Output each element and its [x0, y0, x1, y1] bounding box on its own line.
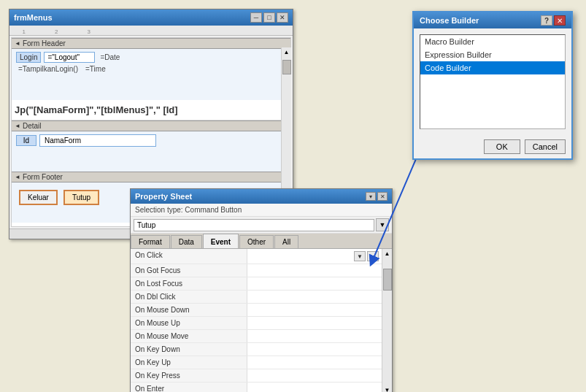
- builder-item-code[interactable]: Code Builder: [420, 61, 565, 74]
- keluar-button[interactable]: Keluar: [19, 190, 58, 205]
- property-pin-button[interactable]: ▾: [366, 192, 376, 201]
- property-event-value: [247, 383, 382, 392]
- builder-list: Macro Builder Expression Builder Code Bu…: [420, 34, 566, 129]
- property-scrollbar[interactable]: ▲ ▼: [382, 249, 392, 392]
- tampilkan-expr: =TampilkanLogin(): [16, 64, 80, 74]
- property-event-input[interactable]: [250, 253, 352, 261]
- form-title: frmMenus: [14, 13, 53, 22]
- builder-footer: OK Cancel: [414, 135, 571, 158]
- property-event-label: On Mouse Down: [131, 304, 247, 316]
- form-header-bar: ◄ Form Header: [12, 38, 290, 49]
- scroll-up-arrow[interactable]: ▲: [282, 47, 291, 57]
- date-expr: =Date: [98, 53, 122, 62]
- property-event-value: [247, 291, 382, 303]
- section-footer-label: Form Footer: [23, 173, 63, 181]
- prop-scroll-thumb[interactable]: [383, 269, 392, 291]
- close-button[interactable]: ✕: [277, 12, 288, 23]
- property-event-value: [247, 330, 382, 342]
- property-row: On Lost Focus: [131, 277, 382, 291]
- tab-data[interactable]: Data: [171, 235, 202, 248]
- maximize-button[interactable]: □: [263, 12, 275, 23]
- property-event-input[interactable]: [250, 372, 379, 380]
- builder-ok-button[interactable]: OK: [484, 139, 520, 154]
- builder-item-macro[interactable]: Macro Builder: [420, 35, 565, 48]
- property-event-input[interactable]: [250, 345, 379, 353]
- titlebar-controls: ─ □ ✕: [250, 12, 288, 23]
- property-event-label: On Mouse Up: [131, 317, 247, 329]
- tab-other[interactable]: Other: [239, 235, 274, 248]
- builder-controls: ? ✕: [541, 15, 566, 26]
- builder-help-button[interactable]: ?: [541, 15, 552, 26]
- property-event-label: On Lost Focus: [131, 277, 247, 290]
- property-event-label: On Dbl Click: [131, 291, 247, 303]
- property-row: On Mouse Up: [131, 317, 382, 330]
- builder-close-button[interactable]: ✕: [554, 15, 566, 26]
- property-event-input[interactable]: [250, 266, 379, 274]
- property-object-dropdown[interactable]: Tutup: [134, 219, 374, 231]
- property-body: On Click▼…On Got FocusOn Lost FocusOn Db…: [131, 249, 392, 392]
- property-event-input[interactable]: [250, 385, 379, 392]
- property-close-button[interactable]: ✕: [377, 192, 388, 201]
- form-header-section: Login ="Logout" =Date =TampilkanLogin() …: [12, 49, 290, 100]
- event-builder-button[interactable]: …: [367, 251, 379, 261]
- section-header-label: Form Header: [23, 39, 66, 47]
- builder-cancel-button[interactable]: Cancel: [525, 139, 566, 154]
- property-event-label: On Key Press: [131, 369, 247, 382]
- property-event-value: ▼…: [247, 249, 382, 264]
- ruler-marks: 1 2 3: [9, 26, 293, 35]
- property-event-input[interactable]: [250, 280, 379, 288]
- section-detail-label: Detail: [23, 122, 42, 130]
- property-selection-type: Selection type: Command Button: [131, 204, 392, 217]
- property-event-value: [247, 356, 382, 369]
- property-event-input[interactable]: [250, 306, 379, 314]
- property-event-label: On Click: [131, 249, 247, 264]
- prop-scroll-down[interactable]: ▼: [382, 385, 392, 392]
- builder-item-expression[interactable]: Expression Builder: [420, 48, 565, 61]
- property-event-value: [247, 304, 382, 316]
- builder-title: Choose Builder: [420, 16, 479, 25]
- detail-bar: ◄ Detail: [12, 120, 290, 131]
- id-label: Id: [16, 135, 36, 146]
- choose-builder-dialog: Choose Builder ? ✕ Macro Builder Express…: [412, 11, 573, 160]
- property-event-label: On Mouse Move: [131, 330, 247, 342]
- form-titlebar: frmMenus ─ □ ✕: [9, 9, 293, 26]
- section-arrow-header: ◄: [15, 40, 20, 47]
- property-titlebar: Property Sheet ▾ ✕: [131, 189, 392, 204]
- property-event-input[interactable]: [250, 358, 379, 366]
- property-event-input[interactable]: [250, 332, 379, 340]
- property-event-value: [247, 264, 382, 277]
- id-row: Id NamaForm: [16, 134, 286, 147]
- property-event-label: On Key Down: [131, 343, 247, 356]
- property-event-label: On Got Focus: [131, 264, 247, 277]
- section-arrow-footer: ◄: [15, 174, 20, 180]
- ruler: 1 2 3: [9, 26, 293, 36]
- tutup-button[interactable]: Tutup: [63, 190, 99, 205]
- builder-titlebar: Choose Builder ? ✕: [414, 12, 571, 28]
- minimize-button[interactable]: ─: [250, 12, 262, 23]
- time-expr: =Time: [83, 64, 108, 74]
- property-row: On Key Up: [131, 356, 382, 369]
- property-row: On Dbl Click: [131, 291, 382, 304]
- login-textbox: ="Logout": [44, 52, 95, 63]
- login-row: Login ="Logout" =Date: [16, 52, 286, 63]
- tampilkan-row: =TampilkanLogin() =Time: [16, 64, 286, 74]
- scroll-thumb[interactable]: [282, 60, 291, 74]
- tab-format[interactable]: Format: [131, 235, 170, 248]
- property-row: On Click▼…: [131, 249, 382, 264]
- prop-scroll-up[interactable]: ▲: [382, 249, 392, 258]
- footer-bar: ◄ Form Footer: [12, 172, 290, 182]
- property-event-value: [247, 277, 382, 290]
- property-rows: On Click▼…On Got FocusOn Lost FocusOn Db…: [131, 249, 382, 392]
- property-event-input[interactable]: [250, 319, 379, 327]
- property-event-input[interactable]: [250, 293, 379, 301]
- event-dropdown-button[interactable]: ▼: [354, 251, 366, 261]
- property-row: On Key Press: [131, 369, 382, 383]
- property-event-value: [247, 317, 382, 329]
- tab-event[interactable]: Event: [203, 234, 239, 248]
- property-dropdown-arrow[interactable]: ▼: [376, 218, 389, 231]
- jp-text: Jp("[NamaForm]","[tblMenus]"," [Id]: [12, 100, 290, 120]
- property-event-value: [247, 343, 382, 356]
- tab-all[interactable]: All: [274, 235, 298, 248]
- section-arrow-detail: ◄: [15, 123, 20, 129]
- property-row: On Key Down: [131, 343, 382, 356]
